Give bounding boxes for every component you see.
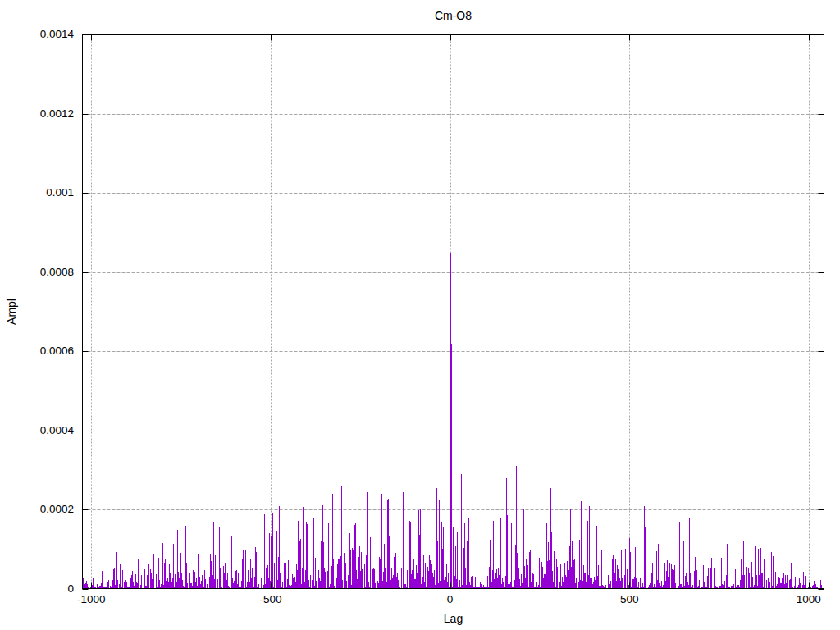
series-impulses (83, 54, 824, 589)
y-axis-title: Ampl (5, 299, 18, 325)
plot-border (83, 35, 824, 589)
x-axis-title: Lag (82, 612, 824, 625)
y-tick-label: 0.0012 (0, 108, 74, 120)
chart-window: Cm-O8 Ampl Lag 00.00020.00040.00060.0008… (0, 0, 840, 630)
y-tick-label: 0 (0, 583, 74, 595)
plot-area (0, 0, 840, 630)
x-tick-label: 500 (620, 594, 639, 605)
x-tick-label: 0 (447, 594, 454, 605)
y-tick-label: 0.0004 (0, 425, 74, 436)
x-tick-label: 1000 (797, 594, 821, 605)
y-tick-label: 0.001 (0, 187, 74, 199)
chart-title: Cm-O8 (82, 9, 824, 22)
y-tick-label: 0.0006 (0, 345, 74, 357)
y-tick-label: 0.0002 (0, 504, 74, 515)
x-tick-label: -500 (259, 594, 281, 605)
x-tick-label: -1000 (77, 594, 106, 605)
y-tick-label: 0.0008 (0, 267, 74, 278)
y-tick-label: 0.0014 (0, 29, 74, 40)
